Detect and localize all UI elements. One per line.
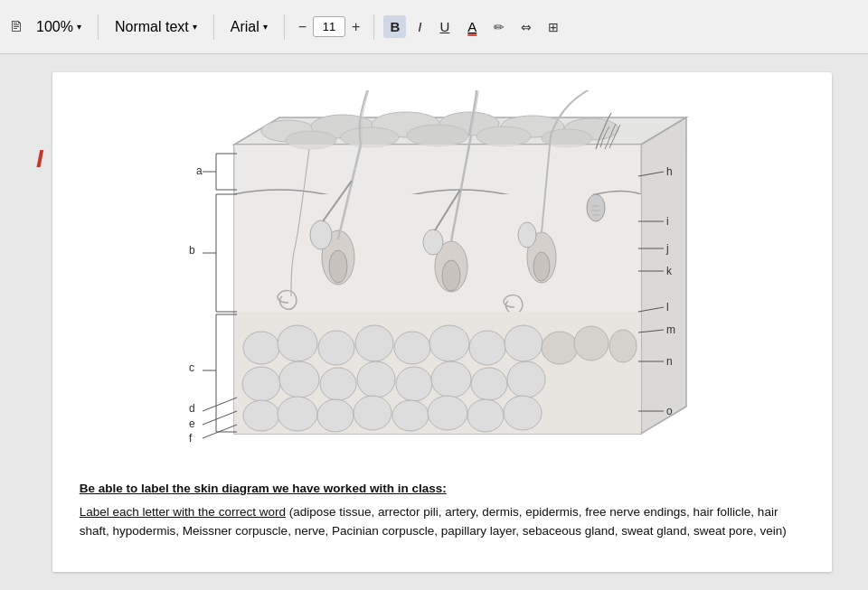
svg-point-56 — [243, 400, 279, 431]
svg-point-17 — [329, 250, 347, 283]
svg-point-52 — [396, 367, 432, 401]
svg-point-54 — [471, 368, 507, 400]
skin-diagram-svg: .skin { fill: #f0f0ee; stroke: #999; str… — [162, 90, 722, 470]
svg-point-63 — [504, 396, 542, 430]
svg-point-66 — [609, 330, 637, 362]
svg-point-28 — [518, 222, 536, 248]
svg-point-51 — [357, 361, 395, 398]
pencil-button[interactable]: ✏ — [488, 16, 510, 38]
zoom-icon: 🖹 — [9, 19, 24, 35]
svg-point-11 — [407, 125, 468, 146]
svg-point-59 — [354, 396, 392, 430]
label-c: c — [189, 361, 194, 374]
svg-point-57 — [278, 397, 317, 431]
svg-point-58 — [317, 399, 354, 432]
label-o: o — [666, 405, 673, 417]
svg-point-44 — [394, 332, 430, 364]
label-m: m — [666, 323, 675, 336]
svg-point-64 — [542, 332, 578, 364]
font-color-button[interactable]: A — [461, 15, 483, 38]
font-chevron-icon: ▾ — [263, 22, 268, 32]
font-size-increase-button[interactable]: + — [347, 17, 364, 37]
svg-rect-14 — [234, 145, 641, 194]
label-j: j — [666, 242, 669, 255]
svg-point-46 — [469, 331, 505, 365]
underline-button[interactable]: U — [433, 15, 456, 38]
font-size-control: − 11 + — [294, 16, 365, 37]
label-i: i — [666, 215, 669, 228]
zoom-chevron-icon: ▾ — [77, 22, 81, 32]
instruction-line2-container: Label each letter with the correct word … — [80, 502, 805, 541]
instruction-line1: Be able to label the skin diagram we hav… — [80, 479, 805, 499]
label-l: l — [666, 301, 669, 314]
svg-point-10 — [341, 127, 399, 147]
font-size-box: 11 — [313, 16, 345, 37]
svg-point-24 — [533, 252, 550, 281]
font-label: Arial — [231, 19, 259, 35]
svg-point-48 — [242, 367, 280, 401]
svg-point-53 — [431, 361, 471, 398]
italic-button[interactable]: I — [411, 15, 428, 38]
font-size-decrease-button[interactable]: − — [294, 17, 311, 37]
svg-marker-2 — [641, 117, 686, 434]
font-dropdown[interactable]: Arial ▾ — [223, 15, 275, 39]
zoom-value: 100% — [36, 19, 73, 35]
diagram-svg-area: .skin { fill: #f0f0ee; stroke: #999; str… — [162, 90, 722, 470]
separator-2 — [213, 14, 214, 40]
svg-point-42 — [318, 331, 354, 365]
svg-line-79 — [203, 398, 237, 411]
svg-point-27 — [423, 229, 443, 255]
font-size-value: 11 — [323, 20, 335, 33]
expand-button[interactable]: ⊞ — [542, 16, 564, 38]
label-a: a — [196, 164, 203, 177]
svg-line-80 — [203, 411, 237, 425]
label-d: d — [189, 402, 195, 415]
main-content: I .skin { fill: #f0f0ee; stroke: #999; s… — [0, 54, 868, 590]
label-h: h — [666, 165, 673, 178]
svg-point-40 — [243, 332, 279, 364]
svg-point-49 — [279, 361, 319, 398]
style-chevron-icon: ▾ — [193, 22, 197, 32]
svg-point-50 — [320, 368, 356, 400]
svg-point-43 — [355, 325, 393, 361]
label-n: n — [666, 355, 673, 368]
cursor-indicator: I — [36, 145, 43, 173]
instruction-underlined: Label each letter with the correct word — [80, 505, 286, 519]
document-area[interactable]: .skin { fill: #f0f0ee; stroke: #999; str… — [52, 72, 832, 572]
svg-point-21 — [442, 260, 460, 291]
svg-point-31 — [587, 194, 605, 221]
separator-1 — [98, 14, 99, 40]
svg-point-41 — [278, 325, 317, 361]
svg-point-62 — [467, 399, 504, 432]
label-e: e — [189, 417, 195, 430]
toolbar: 🖹 100% ▾ Normal text ▾ Arial ▾ − 11 + B … — [0, 0, 868, 54]
svg-point-61 — [428, 396, 467, 430]
separator-4 — [373, 14, 374, 40]
svg-point-12 — [476, 126, 531, 146]
font-color-label: A — [467, 19, 476, 34]
link-button[interactable]: ⇔ — [515, 16, 537, 38]
left-margin: I — [36, 72, 43, 572]
svg-point-45 — [429, 325, 469, 361]
svg-point-55 — [507, 361, 545, 398]
diagram-text: Be able to label the skin diagram we hav… — [80, 479, 805, 541]
text-style-label: Normal text — [115, 19, 189, 35]
diagram-wrapper: .skin { fill: #f0f0ee; stroke: #999; str… — [80, 90, 805, 470]
svg-point-60 — [392, 400, 429, 431]
bold-button[interactable]: B — [383, 15, 406, 38]
label-f: f — [189, 432, 192, 445]
text-style-dropdown[interactable]: Normal text ▾ — [108, 15, 204, 39]
svg-point-65 — [574, 326, 609, 361]
zoom-dropdown[interactable]: 100% ▾ — [29, 15, 89, 39]
label-b: b — [189, 244, 195, 257]
svg-point-47 — [505, 325, 542, 361]
separator-3 — [284, 14, 285, 40]
svg-point-26 — [310, 220, 332, 249]
label-k: k — [666, 265, 672, 277]
